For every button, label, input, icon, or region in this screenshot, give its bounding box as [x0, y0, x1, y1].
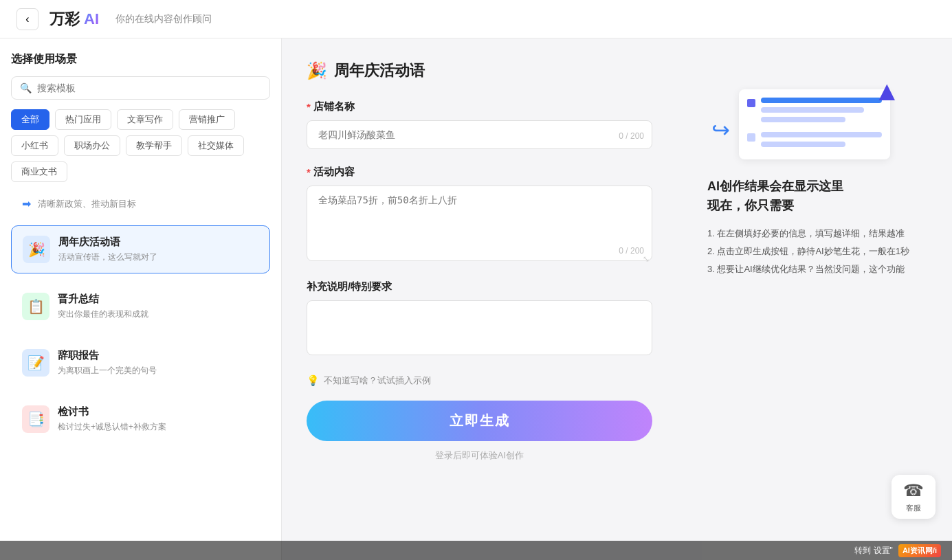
supplement-textarea[interactable]: [307, 300, 652, 355]
tag-hot[interactable]: 热门应用: [55, 109, 111, 130]
activity-char-count: 0 / 200: [619, 246, 644, 256]
sidebar: 选择使用场景 🔍 全部 热门应用 文章写作 营销推广 小红书 职场办公 教学帮手…: [0, 38, 282, 560]
search-input[interactable]: [37, 82, 261, 93]
required-star-2: *: [307, 166, 311, 178]
field-supplement-label-text: 补充说明/特别要求: [307, 280, 392, 293]
anniversary-title: 周年庆活动语: [58, 236, 157, 249]
field-supplement-wrap: [307, 300, 652, 358]
resignation-title: 辞职报告: [58, 349, 157, 362]
tag-business[interactable]: 商业文书: [11, 161, 67, 182]
generate-hint: 登录后即可体验AI创作: [307, 449, 652, 462]
main-layout: 选择使用场景 🔍 全部 热门应用 文章写作 营销推广 小红书 职场办公 教学帮手…: [0, 38, 952, 560]
resignation-text: 辞职报告 为离职画上一个完美的句号: [58, 349, 157, 377]
resize-handle-activity[interactable]: ⤡: [643, 254, 650, 261]
illus-lines: [761, 98, 882, 126]
resignation-desc: 为离职画上一个完美的句号: [58, 365, 157, 377]
store-name-input[interactable]: [307, 120, 652, 149]
step-3: 3. 想要让AI继续优化结果？当然没问题，这个功能: [707, 260, 922, 278]
field-store-label: * 店铺名称: [307, 100, 652, 113]
arrow-curve-icon: ↩: [711, 117, 730, 143]
sidebar-top-item: ➡ 清晰新政策、推动新目标: [11, 192, 270, 216]
illus-row2: [747, 132, 882, 151]
form-panel: 🎉 周年庆活动语 * 店铺名称 0 / 200 * 活动内容: [282, 38, 677, 560]
field-store-input-wrap: 0 / 200: [307, 120, 652, 149]
sidebar-top-text: 清晰新政策、推动新目标: [38, 198, 136, 210]
illus-dot2: [747, 133, 755, 142]
review-title: 检讨书: [58, 405, 166, 418]
back-button[interactable]: ‹: [16, 8, 38, 30]
illustration-wrapper: ▲: [694, 69, 936, 159]
resignation-icon: 📝: [22, 349, 49, 377]
form-header-title: 周年庆活动语: [334, 60, 425, 81]
sidebar-item-review[interactable]: 📑 检讨书 检讨过失+诚恳认错+补救方案: [11, 396, 270, 443]
field-supplement: 补充说明/特别要求: [307, 280, 652, 358]
customer-service-button[interactable]: ☎ 客服: [892, 475, 936, 519]
tag-social[interactable]: 社交媒体: [188, 135, 244, 156]
watermark-logo: AI资讯网/i: [898, 544, 941, 557]
field-activity: * 活动内容 0 / 200 ⤡: [307, 166, 652, 264]
review-icon: 📑: [22, 405, 49, 433]
illus-line-4: [761, 132, 882, 137]
ai-hint-block: AI创作结果会在显示这里 现在，你只需要: [694, 176, 936, 214]
right-panel: ▲: [677, 38, 952, 560]
generate-button[interactable]: 立即生成: [307, 401, 652, 441]
promotion-icon: 📋: [22, 293, 49, 320]
field-store-label-text: 店铺名称: [313, 100, 355, 113]
logo-ai: AI: [84, 10, 99, 28]
sidebar-item-resignation[interactable]: 📝 辞职报告 为离职画上一个完美的句号: [11, 339, 270, 386]
illus-dot: [747, 99, 755, 107]
back-icon: ‹: [25, 13, 29, 25]
illus-line-5: [761, 142, 845, 147]
tag-xiaohongshu[interactable]: 小红书: [11, 135, 58, 156]
sidebar-title: 选择使用场景: [11, 52, 270, 67]
search-box[interactable]: 🔍: [11, 76, 270, 100]
tag-marketing[interactable]: 营销推广: [179, 109, 235, 130]
content-area: 🎉 周年庆活动语 * 店铺名称 0 / 200 * 活动内容: [282, 38, 952, 560]
illus-lines2: [761, 132, 882, 151]
tag-all[interactable]: 全部: [11, 109, 49, 130]
header-subtitle: 你的在线内容创作顾问: [115, 13, 212, 25]
tag-article[interactable]: 文章写作: [117, 109, 173, 130]
field-supplement-label: 补充说明/特别要求: [307, 280, 652, 293]
store-char-count: 0 / 200: [619, 131, 644, 141]
search-icon: 🔍: [20, 82, 32, 93]
promotion-desc: 突出你最佳的表现和成就: [58, 309, 148, 320]
illus-line-1: [761, 98, 882, 103]
review-text: 检讨书 检讨过失+诚恳认错+补救方案: [58, 405, 166, 433]
ai-steps: 1. 在左侧填好必要的信息，填写越详细，结果越准 2. 点击立即生成按钮，静待A…: [694, 225, 936, 278]
anniversary-icon: 🎉: [23, 236, 50, 263]
header: ‹ 万彩 AI 你的在线内容创作顾问: [0, 0, 952, 38]
filter-tags: 全部 热门应用 文章写作 营销推广 小红书 职场办公 教学帮手 社交媒体 商业文…: [11, 109, 270, 182]
tag-teaching[interactable]: 教学帮手: [126, 135, 182, 156]
field-activity-label-text: 活动内容: [313, 166, 355, 179]
anniversary-desc: 活动宣传语，这么写就对了: [58, 251, 157, 263]
field-activity-label: * 活动内容: [307, 166, 652, 179]
field-store-name: * 店铺名称 0 / 200: [307, 100, 652, 149]
illustration-card: [739, 89, 890, 159]
sidebar-item-promotion[interactable]: 📋 晋升总结 突出你最佳的表现和成就: [11, 283, 270, 330]
hint-row[interactable]: 💡 不知道写啥？试试插入示例: [307, 374, 652, 387]
form-header: 🎉 周年庆活动语: [307, 60, 652, 81]
sidebar-top-arrow-icon: ➡: [22, 197, 31, 210]
watermark-prefix: 转到 设置": [854, 545, 893, 557]
step-2: 2. 点击立即生成按钮，静待AI妙笔生花，一般在1秒: [707, 243, 922, 260]
promotion-text: 晋升总结 突出你最佳的表现和成就: [58, 293, 148, 320]
hint-icon: 💡: [307, 374, 320, 387]
review-desc: 检讨过失+诚恳认错+补救方案: [58, 421, 166, 433]
field-activity-wrap: 0 / 200 ⤡: [307, 186, 652, 264]
form-header-icon: 🎉: [307, 61, 327, 80]
logo: 万彩 AI: [49, 9, 99, 30]
illus-row1: [747, 98, 882, 126]
step-1: 1. 在左侧填好必要的信息，填写越详细，结果越准: [707, 225, 922, 243]
illus-line-2: [761, 107, 864, 113]
promotion-title: 晋升总结: [58, 293, 148, 306]
ai-hint-title: AI创作结果会在显示这里: [707, 176, 936, 197]
tag-office[interactable]: 职场办公: [64, 135, 120, 156]
anniversary-text: 周年庆活动语 活动宣传语，这么写就对了: [58, 236, 157, 263]
logo-text: 万彩: [49, 9, 80, 30]
hint-text: 不知道写啥？试试插入示例: [324, 374, 431, 387]
sidebar-item-anniversary[interactable]: 🎉 周年庆活动语 活动宣传语，这么写就对了: [11, 225, 270, 273]
activity-textarea[interactable]: [307, 186, 652, 261]
paper-corner-icon: ▲: [873, 76, 900, 107]
customer-service-label: 客服: [906, 503, 921, 513]
